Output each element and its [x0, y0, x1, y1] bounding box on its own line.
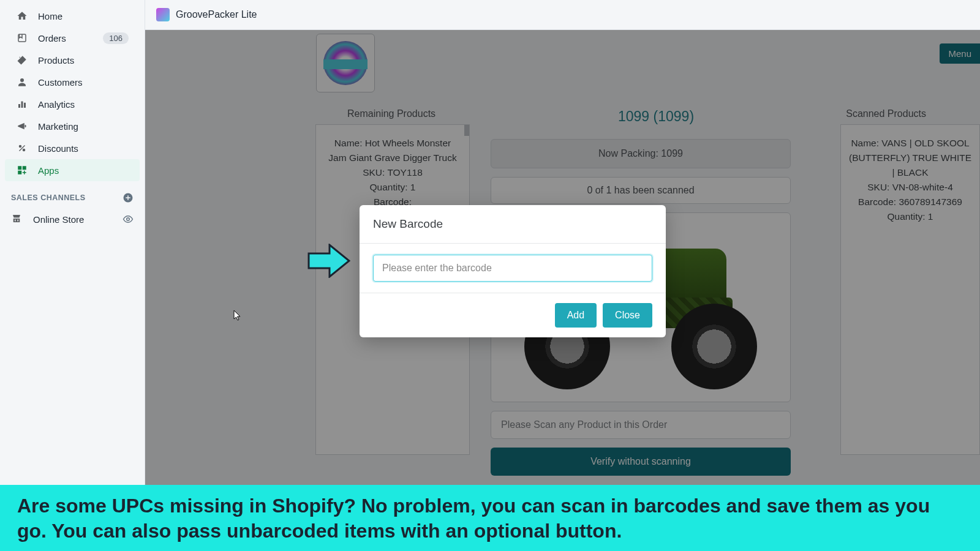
sidebar-item-label: Customers: [38, 77, 83, 88]
svg-rect-8: [23, 166, 26, 170]
orders-badge: 106: [103, 32, 129, 44]
analytics-icon: [16, 98, 28, 110]
caption-banner: Are some UPCs missing in Shopify? No pro…: [0, 485, 980, 551]
sidebar-item-label: Apps: [38, 165, 59, 176]
svg-rect-2: [18, 104, 20, 108]
modal-title: New Barcode: [360, 205, 666, 244]
arrow-callout-icon: [307, 244, 350, 278]
sidebar-item-home[interactable]: Home: [5, 5, 140, 27]
products-icon: [16, 54, 28, 66]
svg-rect-9: [18, 171, 21, 174]
sales-channels-header: SALES CHANNELS: [0, 181, 145, 208]
marketing-icon: [16, 120, 28, 132]
sidebar-item-label: Discounts: [38, 143, 78, 154]
channel-label: Online Store: [33, 214, 84, 225]
view-store-icon[interactable]: [123, 214, 134, 225]
new-barcode-modal: New Barcode Add Close: [360, 205, 666, 337]
app-title: GroovePacker Lite: [176, 9, 257, 20]
add-button[interactable]: Add: [555, 303, 597, 328]
sidebar-item-label: Orders: [38, 33, 66, 43]
svg-point-11: [127, 218, 130, 221]
svg-point-5: [19, 145, 22, 148]
svg-rect-3: [21, 102, 23, 108]
sidebar-item-orders[interactable]: Orders 106: [5, 27, 140, 49]
sidebar-item-label: Analytics: [38, 99, 75, 110]
discounts-icon: [16, 142, 28, 154]
sidebar-item-label: Products: [38, 55, 74, 66]
store-icon: [11, 213, 23, 225]
svg-rect-4: [24, 103, 26, 108]
app-logo-icon: [156, 8, 170, 21]
apps-icon: [16, 164, 28, 176]
section-label: SALES CHANNELS: [11, 193, 86, 202]
sidebar-item-customers[interactable]: Customers: [5, 71, 140, 93]
svg-point-6: [23, 149, 26, 152]
sidebar-item-discounts[interactable]: Discounts: [5, 137, 140, 159]
sidebar-item-label: Home: [38, 11, 62, 21]
mouse-cursor-icon: [233, 310, 242, 322]
sidebar-item-marketing[interactable]: Marketing: [5, 115, 140, 137]
sidebar: Home Orders 106 Products Customers Analy…: [0, 0, 145, 551]
svg-point-1: [20, 78, 24, 82]
sidebar-item-products[interactable]: Products: [5, 49, 140, 71]
home-icon: [16, 10, 28, 22]
close-button[interactable]: Close: [603, 303, 652, 328]
channel-online-store[interactable]: Online Store: [0, 208, 145, 230]
topbar: GroovePacker Lite: [145, 0, 980, 30]
orders-icon: [16, 32, 28, 44]
svg-rect-7: [18, 166, 21, 170]
sidebar-item-label: Marketing: [38, 121, 78, 132]
customers-icon: [16, 76, 28, 88]
add-channel-icon[interactable]: [123, 192, 134, 203]
barcode-input[interactable]: [373, 255, 652, 282]
sidebar-item-apps[interactable]: Apps: [5, 159, 140, 181]
sidebar-item-analytics[interactable]: Analytics: [5, 93, 140, 115]
